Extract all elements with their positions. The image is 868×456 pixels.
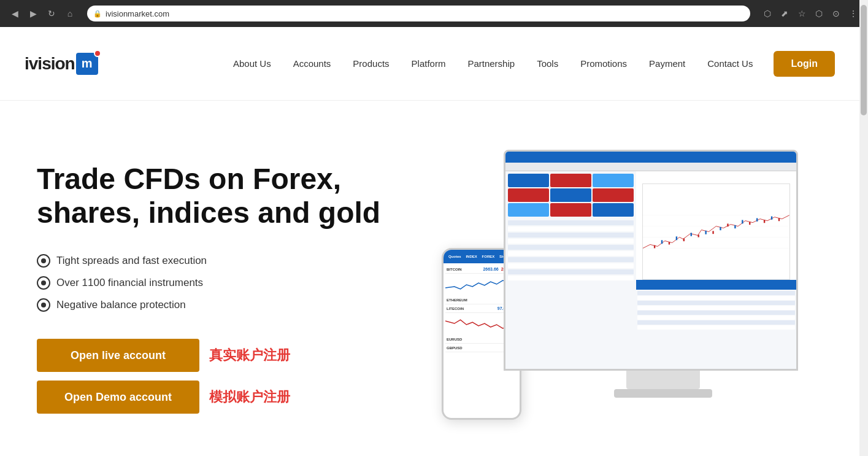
right-row-3	[637, 301, 795, 305]
nav-accounts[interactable]: Accounts	[282, 27, 342, 101]
trading-platform	[505, 152, 796, 369]
address-bar[interactable]: 🔒 ivisionmarket.com	[87, 6, 750, 21]
left-row-2	[508, 226, 634, 231]
left-row-1	[508, 220, 634, 225]
svg-rect-16	[734, 225, 735, 228]
hero-content: Trade CFDs on Forex, shares, indices and…	[37, 137, 405, 414]
platform-body	[505, 171, 796, 369]
quote-cell-3	[593, 174, 634, 187]
nav-platform[interactable]: Platform	[401, 27, 457, 101]
hero-section: Trade CFDs on Forex, shares, indices and…	[0, 101, 859, 456]
left-table	[508, 220, 634, 282]
left-row-3	[508, 233, 634, 238]
back-button[interactable]: ◀	[7, 6, 22, 21]
open-live-account-button[interactable]: Open live account	[37, 339, 199, 372]
platform-left-panel	[505, 171, 636, 369]
right-row-1	[637, 291, 795, 295]
svg-rect-0	[643, 204, 789, 260]
logo-m-box: m	[76, 53, 98, 75]
hero-image-area: Quotes INDEX FOREX SHARES BITCOIN 2663.6…	[429, 137, 823, 456]
logo[interactable]: ivision m	[25, 53, 98, 75]
feature-icon-2	[37, 276, 50, 290]
nav-payment[interactable]: Payment	[638, 27, 696, 101]
left-row-4	[508, 239, 634, 244]
nav-products[interactable]: Products	[342, 27, 400, 101]
url-text: ivisionmarket.com	[106, 9, 169, 18]
cta-label-cn-1: 真实账户注册	[209, 346, 290, 365]
website: ivision m About Us Accounts Products Pla…	[0, 27, 859, 456]
monitor-screen	[504, 150, 798, 371]
bookmark-button[interactable]: ☆	[794, 6, 809, 21]
mobile-tab-quotes: Quotes	[448, 255, 461, 258]
right-row-7	[637, 320, 795, 325]
chart-area	[642, 184, 790, 280]
cta-row-1: Open live account 真实账户注册	[37, 339, 405, 372]
quote-cell-8	[550, 203, 591, 217]
logo-dot	[94, 50, 101, 57]
feature-text-1: Tight spreads and fast execution	[56, 255, 207, 267]
cta-row-2: Open Demo account 模拟账户注册	[37, 381, 405, 414]
right-row-5	[637, 311, 795, 315]
svg-rect-22	[778, 218, 780, 221]
svg-rect-9	[683, 238, 685, 241]
left-row-10	[508, 276, 634, 280]
share-button[interactable]: ⬈	[777, 6, 792, 21]
feature-icon-1	[37, 254, 50, 268]
extensions-button[interactable]: ⬡	[812, 6, 826, 21]
svg-rect-21	[771, 216, 772, 219]
scrollbar-thumb[interactable]	[861, 5, 867, 115]
main-nav: About Us Accounts Products Platform Part…	[222, 27, 764, 101]
left-row-9	[508, 269, 634, 274]
hero-features: Tight spreads and fast execution Over 11…	[37, 254, 405, 312]
svg-rect-20	[764, 220, 765, 223]
nav-about-us[interactable]: About Us	[222, 27, 282, 101]
right-row-2	[637, 296, 795, 300]
menu-button[interactable]: ⋮	[846, 6, 861, 21]
monitor-stand	[626, 371, 700, 389]
quote-cell-6	[593, 188, 634, 202]
browser-chrome: ◀ ▶ ↻ ⌂ 🔒 ivisionmarket.com ⬡ ⬈ ☆ ⬡ ⊙ ⋮	[0, 0, 868, 27]
nav-promotions[interactable]: Promotions	[569, 27, 638, 101]
svg-rect-5	[654, 245, 655, 249]
quote-cell-4	[508, 188, 549, 202]
profile-button[interactable]: ⊙	[829, 6, 843, 21]
left-row-8	[508, 263, 634, 268]
svg-rect-15	[728, 223, 729, 226]
svg-rect-13	[713, 231, 714, 234]
lock-icon: 🔒	[93, 10, 102, 18]
svg-rect-18	[749, 222, 750, 225]
nav-tools[interactable]: Tools	[526, 27, 569, 101]
svg-rect-6	[661, 240, 663, 244]
quote-cell-7	[508, 203, 549, 217]
quote-cell-2	[550, 174, 591, 187]
hero-title: Trade CFDs on Forex, shares, indices and…	[37, 162, 405, 230]
refresh-button[interactable]: ↻	[44, 6, 59, 21]
nav-partnership[interactable]: Partnership	[456, 27, 526, 101]
feature-item-3: Negative balance protection	[37, 298, 405, 312]
right-table-header	[636, 281, 796, 290]
platform-header-bar	[505, 152, 796, 163]
platform-toolbar	[505, 163, 796, 171]
quote-grid	[508, 174, 634, 217]
scrollbar[interactable]	[859, 0, 868, 456]
svg-rect-7	[669, 242, 670, 244]
logo-m-letter: m	[82, 56, 93, 71]
svg-rect-8	[676, 236, 677, 240]
logo-text: ivision	[25, 54, 75, 74]
open-demo-account-button[interactable]: Open Demo account	[37, 381, 199, 414]
monitor-base	[614, 389, 712, 398]
platform-right-panel	[636, 171, 796, 369]
mobile-tab-index: INDEX	[466, 255, 477, 258]
forward-button[interactable]: ▶	[26, 6, 40, 21]
cast-button[interactable]: ⬡	[760, 6, 775, 21]
quote-cell-9	[593, 203, 634, 217]
feature-icon-3	[37, 298, 50, 312]
home-button[interactable]: ⌂	[63, 6, 77, 21]
left-row-5	[508, 245, 634, 250]
nav-contact-us[interactable]: Contact Us	[696, 27, 764, 101]
feature-item-1: Tight spreads and fast execution	[37, 254, 405, 268]
platform-right-table	[636, 280, 796, 369]
login-button[interactable]: Login	[774, 51, 835, 77]
header: ivision m About Us Accounts Products Pla…	[0, 27, 859, 101]
right-table-rows	[636, 290, 796, 331]
